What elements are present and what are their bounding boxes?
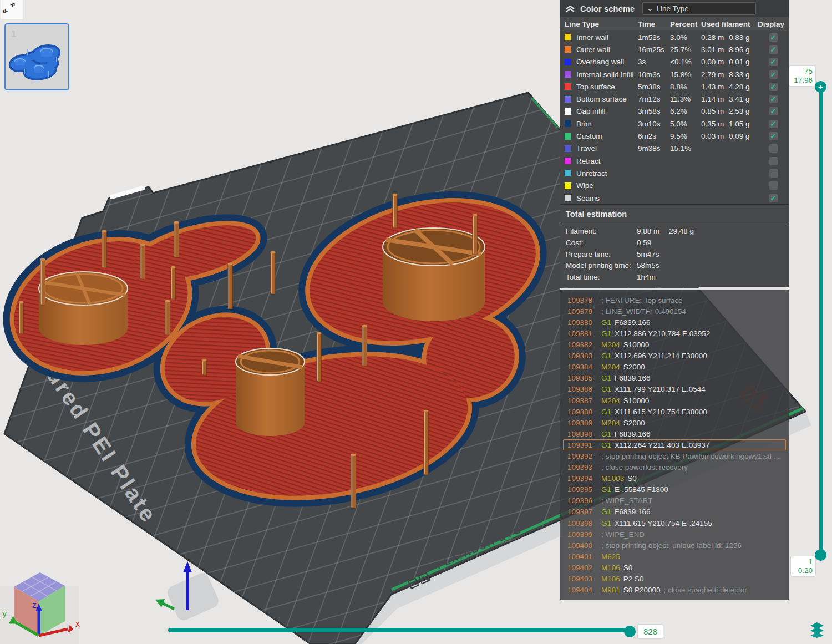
gizmo-y-label: y	[2, 609, 7, 618]
gcode-line[interactable]: 109378; FEATURE: Top surface	[560, 295, 789, 306]
line-type-table: Inner wall1m53s3.0%0.28 m0.83 g✓Outer wa…	[560, 31, 789, 204]
estimation-row: Total time:1h4m	[560, 271, 789, 283]
line-type-label: Custom	[576, 132, 602, 140]
line-type-length: 2.79 m	[701, 70, 729, 79]
line-type-weight: 0.01 g	[729, 58, 758, 66]
line-type-label: Unretract	[576, 169, 607, 178]
gcode-line-number: 109399	[567, 530, 596, 539]
line-type-percent: 9.5%	[670, 132, 701, 140]
line-type-percent: <0.1%	[670, 58, 701, 66]
move-slider-handle[interactable]	[624, 626, 636, 637]
line-type-weight: 8.96 g	[729, 45, 758, 54]
display-checkbox[interactable]: ✓	[769, 120, 778, 128]
display-checkbox[interactable]: ✓	[769, 45, 778, 54]
gcode-line[interactable]: 109390G1F6839.166	[560, 428, 789, 439]
gcode-line[interactable]: 109388G1X111.615 Y210.754 F30000	[560, 406, 789, 417]
display-checkbox[interactable]: ✓	[769, 95, 778, 103]
gcode-line-number: 109384	[567, 363, 596, 371]
line-type-length: 0.35 m	[701, 120, 729, 128]
orientation-gizmo[interactable]: z y x	[0, 559, 89, 644]
gcode-line[interactable]: 109400; stop printing object, unique lab…	[560, 540, 789, 551]
line-type-length: 3.01 m	[701, 45, 729, 54]
dropdown-value: Line Type	[657, 4, 689, 13]
gcode-line[interactable]: 109385G1F6839.166	[560, 373, 789, 384]
line-type-label: Internal solid infill	[576, 70, 634, 79]
gcode-line[interactable]: 109383G1X112.696 Y211.214 F30000	[560, 351, 789, 362]
sidebar-collapse-button[interactable]: » «	[1, 0, 23, 19]
col-used-filament: Used filament	[701, 20, 758, 28]
line-type-label: Gap infill	[576, 107, 606, 115]
display-checkbox[interactable]	[769, 144, 778, 153]
line-type-row: Wipe	[560, 180, 789, 192]
display-checkbox[interactable]: ✓	[769, 33, 778, 42]
display-checkbox[interactable]: ✓	[769, 107, 778, 115]
gcode-viewer[interactable]: 109378; FEATURE: Top surface109379; LINE…	[560, 288, 789, 600]
gcode-line[interactable]: 109391G1X112.264 Y211.403 E.03937	[563, 439, 786, 450]
line-type-length: 1.14 m	[701, 95, 729, 103]
line-type-weight: 0.83 g	[729, 33, 758, 42]
display-checkbox[interactable]	[769, 181, 778, 190]
gcode-line[interactable]: 109394M1003S0	[560, 473, 789, 484]
gcode-line[interactable]: 109399; WIPE_END	[560, 529, 789, 540]
gcode-line-number: 109386	[567, 385, 596, 393]
lower-layer-height: 0.20	[794, 566, 813, 575]
layers-icon[interactable]	[809, 621, 825, 638]
gcode-line[interactable]: 109396; WIPE_START	[560, 495, 789, 506]
gcode-line[interactable]: 109379; LINE_WIDTH: 0.490154	[560, 306, 789, 317]
line-type-time: 7m12s	[638, 95, 670, 103]
layer-slider-track[interactable]	[819, 89, 823, 556]
display-checkbox[interactable]: ✓	[769, 70, 778, 79]
line-type-label: Bottom surface	[576, 95, 627, 103]
line-type-length: 0.28 m	[701, 33, 729, 42]
gcode-line-number: 109389	[567, 419, 596, 427]
line-type-length: 0.00 m	[701, 58, 729, 66]
layer-slider-lower-tooltip: 1 0.20	[791, 556, 815, 576]
line-type-swatch	[565, 96, 571, 103]
plate-thumbnail[interactable]: 1	[4, 23, 69, 90]
gcode-line[interactable]: 109386G1X111.799 Y210.317 E.0544	[560, 384, 789, 395]
gcode-line[interactable]: 109402M106S0	[560, 562, 789, 573]
gcode-line[interactable]: 109395G1E-.55845 F1800	[560, 484, 789, 495]
estimation-row: Prepare time:5m47s	[560, 249, 789, 260]
chevron-double-up-icon[interactable]	[565, 4, 576, 13]
line-type-row: Brim3m10s5.0%0.35 m1.05 g✓	[560, 118, 789, 130]
move-slider-track[interactable]	[168, 628, 634, 632]
display-checkbox[interactable]	[769, 157, 778, 165]
gcode-line[interactable]: 109403M106P2 S0	[560, 573, 789, 584]
gcode-line[interactable]: 109398G1X111.615 Y210.754 E-.24155	[560, 518, 789, 529]
line-type-label: Travel	[576, 144, 597, 153]
display-checkbox[interactable]: ✓	[769, 83, 778, 91]
line-type-label: Seams	[576, 194, 600, 202]
col-display: Display	[758, 20, 789, 28]
gcode-line[interactable]: 109397G1F6839.166	[560, 506, 789, 518]
gcode-line[interactable]: 109389M204S2000	[560, 417, 789, 428]
line-type-swatch	[565, 133, 571, 140]
line-type-row: Top surface5m38s8.8%1.43 m4.28 g✓	[560, 80, 789, 93]
layer-slider-upper-handle[interactable]: +	[815, 81, 826, 93]
gcode-line[interactable]: 109404M981S0 P20000; close spaghetti det…	[560, 585, 789, 596]
display-checkbox[interactable]: ✓	[769, 132, 778, 140]
gcode-line[interactable]: 109393; close powerlost recovery	[560, 462, 789, 473]
gcode-line[interactable]: 109381G1X112.886 Y210.784 E.03952	[560, 328, 789, 339]
line-type-label: Overhang wall	[576, 58, 624, 66]
line-type-label: Brim	[576, 120, 592, 128]
layer-slider-lower-handle[interactable]	[815, 549, 826, 561]
display-checkbox[interactable]: ✓	[769, 58, 778, 66]
gcode-line[interactable]: 109380G1F6839.166	[560, 317, 789, 328]
gcode-line-number: 109391	[567, 441, 596, 449]
gcode-line[interactable]: 109392; stop printing object KB Pawilon …	[560, 450, 789, 462]
gcode-line[interactable]: 109387M204S10000	[560, 395, 789, 406]
gcode-line-number: 109383	[567, 352, 596, 360]
gcode-line-number: 109382	[567, 341, 596, 349]
color-scheme-dropdown[interactable]: ⌄ Line Type	[642, 2, 756, 15]
gcode-line-number: 109398	[567, 519, 596, 528]
line-type-time: 16m25s	[638, 45, 670, 54]
line-type-percent: 6.2%	[670, 107, 701, 115]
line-type-swatch	[565, 108, 571, 115]
gcode-line[interactable]: 109401M625	[560, 551, 789, 562]
display-checkbox[interactable]: ✓	[769, 194, 778, 202]
display-checkbox[interactable]	[769, 169, 778, 178]
gcode-line[interactable]: 109382M204S10000	[560, 339, 789, 351]
gcode-line-number: 109385	[567, 374, 596, 382]
gcode-line[interactable]: 109384M204S2000	[560, 362, 789, 373]
